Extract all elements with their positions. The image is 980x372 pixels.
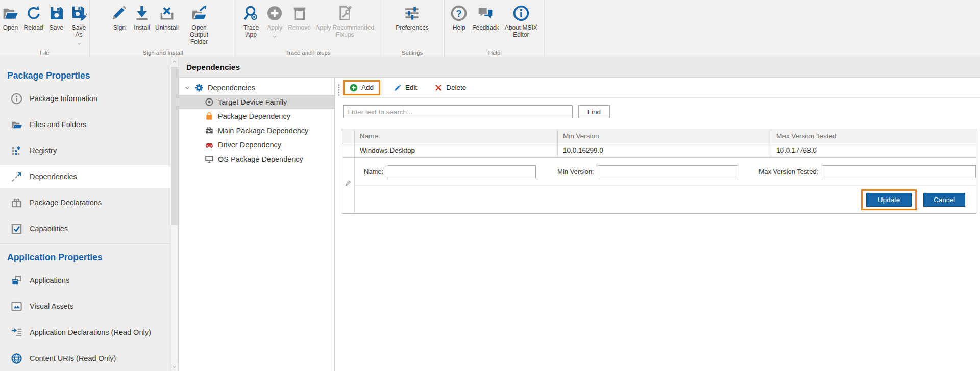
table-row[interactable]: Windows.Desktop10.0.16299.010.0.17763.0 <box>342 143 976 158</box>
update-button[interactable]: Update <box>866 193 912 207</box>
sidebar-item-package-information[interactable]: Package Information <box>0 87 170 110</box>
sidebar-item-registry[interactable]: Registry <box>0 139 170 162</box>
about-msix-editor-icon <box>512 4 530 22</box>
registry-icon <box>10 144 22 157</box>
row-edit-indicator-gutter <box>342 158 355 213</box>
ribbon-button-label: Trace App <box>241 24 261 38</box>
sidebar-heading-application-properties: Application Properties <box>0 244 170 269</box>
sidebar-item-label: Dependencies <box>30 172 77 181</box>
content-uris-icon <box>10 352 22 364</box>
sidebar-item-application-declarations-read-only[interactable]: Application Declarations (Read Only) <box>0 321 170 343</box>
ribbon-group-label: Sign and Install <box>90 49 236 56</box>
tree-item-target-device-family[interactable]: Target Device Family <box>179 95 334 109</box>
ribbon-button-save-as[interactable]: Save As <box>68 3 90 49</box>
ribbon-button-label: Help <box>453 24 465 31</box>
edit-button[interactable]: Edit <box>390 82 420 93</box>
reload-icon <box>24 4 43 22</box>
ribbon-group-sign-and-install: SignInstallUninstallOpen Output FolderSi… <box>90 0 236 57</box>
sign-icon <box>110 4 129 22</box>
field-input-min-version[interactable] <box>598 165 739 178</box>
ribbon-button-sign[interactable]: Sign <box>108 3 131 32</box>
tree-root-dependencies[interactable]: Dependencies <box>179 81 334 95</box>
ribbon-button-reload[interactable]: Reload <box>21 3 45 32</box>
sidebar-item-files-and-folders[interactable]: Files and Folders <box>0 113 170 136</box>
ribbon-button-open[interactable]: Open <box>0 3 21 32</box>
dependencies-table: NameMin VersionMax Version Tested Window… <box>342 129 976 214</box>
field-input-max-version-tested[interactable] <box>822 165 976 178</box>
ribbon-button-uninstall[interactable]: Uninstall <box>153 3 181 32</box>
sidebar-item-capabilities[interactable]: Capabilities <box>0 217 170 240</box>
search-input[interactable] <box>343 105 573 118</box>
ribbon-button-about-msix-editor[interactable]: About MSIX Editor <box>501 3 541 39</box>
ribbon-button-label: Apply <box>267 24 282 31</box>
edit-form-actions: Update Cancel <box>355 186 976 213</box>
sidebar-item-dependencies[interactable]: Dependencies <box>0 165 170 188</box>
column-header-max-version-tested[interactable]: Max Version Tested <box>771 129 976 143</box>
tree-item-main-package-dependency[interactable]: Main Package Dependency <box>179 123 334 138</box>
sidebar-scrollbar[interactable] <box>170 57 179 371</box>
column-header-min-version[interactable]: Min Version <box>558 129 771 143</box>
page-title-bar: Dependencies <box>179 57 980 78</box>
scroll-down-icon[interactable] <box>170 363 178 371</box>
field-label-min-version: Min Version: <box>557 168 594 176</box>
delete-button-label: Delete <box>446 84 466 91</box>
tree-item-driver-dependency[interactable]: Driver Dependency <box>179 138 334 152</box>
sidebar-item-label: Package Information <box>30 94 97 103</box>
driver-dependency-icon <box>204 140 214 150</box>
trace-app-icon <box>242 4 260 22</box>
field-input-name[interactable] <box>387 165 536 178</box>
edit-button-label: Edit <box>405 84 417 91</box>
os-package-dependency-icon <box>204 155 214 164</box>
sidebar-item-content-uris-read-only[interactable]: Content URIs (Read Only) <box>0 347 170 369</box>
edit-pencil-icon <box>394 84 402 92</box>
ribbon-button-label: Install <box>134 24 150 31</box>
search-row: Find <box>342 98 980 129</box>
ribbon-group-label: Help <box>445 49 544 56</box>
table-gutter-cell <box>342 143 355 157</box>
delete-x-icon <box>434 84 443 92</box>
scroll-up-icon[interactable] <box>170 57 178 66</box>
ribbon-button-label: Uninstall <box>155 24 179 31</box>
find-button[interactable]: Find <box>578 105 610 118</box>
ribbon-button-label: Open <box>3 24 18 31</box>
table-gutter-header-cell <box>342 129 355 143</box>
add-button-label: Add <box>361 84 374 91</box>
ribbon-group-label: Trace and Fixups <box>236 49 380 56</box>
ribbon-button-help[interactable]: ?Help <box>448 3 470 32</box>
ribbon-button-install[interactable]: Install <box>131 3 153 32</box>
column-header-name[interactable]: Name <box>355 129 558 143</box>
install-icon <box>133 4 151 22</box>
open-output-folder-icon <box>190 4 208 22</box>
sidebar-heading-package-properties: Package Properties <box>0 57 170 87</box>
ribbon-button-feedback[interactable]: Feedback <box>470 3 501 32</box>
ribbon-button-label: Save <box>50 24 63 31</box>
ribbon-group-label: File <box>0 49 89 56</box>
ribbon-button-save[interactable]: Save <box>45 3 68 32</box>
cancel-button[interactable]: Cancel <box>923 193 965 207</box>
ribbon-button-open-output-folder[interactable]: Open Output Folder <box>181 3 217 46</box>
grip-dots-icon <box>338 84 339 97</box>
tree-expander-chevron-icon[interactable] <box>184 84 191 91</box>
ribbon-button-label: Sign <box>113 24 126 31</box>
save-icon <box>47 4 66 22</box>
applications-icon <box>10 274 22 286</box>
tree-item-os-package-dependency[interactable]: OS Package Dependency <box>179 152 334 166</box>
ribbon-button-preferences[interactable]: Preferences <box>394 3 431 32</box>
tree-item-package-dependency[interactable]: Package Dependency <box>179 109 334 123</box>
ribbon-button-trace-app[interactable]: Trace App <box>239 3 263 39</box>
visual-assets-icon <box>10 300 22 312</box>
ribbon-button-label: Save As <box>70 24 88 38</box>
tree-item-label: Driver Dependency <box>218 141 281 149</box>
field-label-name: Name: <box>364 168 383 176</box>
sidebar-item-package-declarations[interactable]: Package Declarations <box>0 191 170 214</box>
ribbon-group-settings: PreferencesSettings <box>380 0 445 57</box>
delete-button[interactable]: Delete <box>431 82 469 93</box>
sidebar-item-visual-assets[interactable]: Visual Assets <box>0 295 170 317</box>
remove-icon <box>290 4 309 22</box>
ribbon-button-label: Apply Recommended Fixups <box>315 24 375 38</box>
sidebar-item-applications[interactable]: Applications <box>0 269 170 291</box>
scrollbar-thumb[interactable] <box>171 67 178 225</box>
add-button[interactable]: Add <box>347 82 377 93</box>
package-information-icon <box>10 92 22 105</box>
panel-splitter[interactable] <box>335 78 342 371</box>
